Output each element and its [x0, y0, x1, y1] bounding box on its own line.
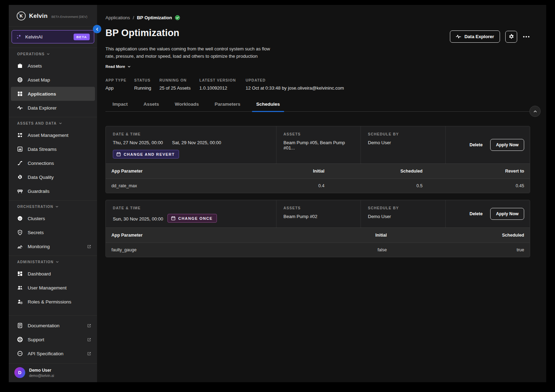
environment-label: BETA Environment (DEV)	[52, 15, 87, 19]
beta-badge: BETA	[74, 34, 90, 40]
meta-value: App	[105, 85, 134, 91]
main-content: Applications / BP Optimization Data Expl…	[97, 5, 546, 382]
sidebar-collapse-button[interactable]	[93, 25, 101, 33]
tab-schedules[interactable]: Schedules	[256, 102, 280, 111]
section-operations: OPERATIONS Assets Asset Map Applications…	[9, 48, 97, 117]
sidebar-item-label: Clusters	[28, 216, 45, 221]
breadcrumb: Applications / BP Optimization	[105, 15, 530, 20]
sidebar-item-asset-map[interactable]: Asset Map	[9, 73, 97, 87]
meta-label: STATUS	[134, 78, 159, 82]
tab-impact[interactable]: Impact	[112, 102, 128, 111]
tab-parameters[interactable]: Parameters	[215, 102, 241, 111]
external-link-icon	[87, 337, 91, 342]
sidebar-item-asset-management[interactable]: Asset Management	[9, 128, 97, 142]
date-start: Sun, 30 Nov 2025, 00:00	[113, 216, 163, 222]
section-header-orchestration[interactable]: ORCHESTRATION	[9, 205, 97, 209]
connector-icon	[17, 160, 23, 166]
section-administration: ADMINISTRATION Dashboard User Management…	[9, 256, 97, 311]
sidebar-item-label: Documentation	[28, 323, 60, 328]
briefcase-icon	[17, 63, 23, 69]
delete-button[interactable]: Delete	[470, 142, 483, 147]
sidebar-item-applications[interactable]: Applications	[11, 87, 95, 101]
schedule-by-value: Demo User	[368, 140, 438, 145]
revert-value: 0.45	[428, 179, 530, 193]
calendar-icon	[171, 216, 176, 220]
dashboard-icon	[17, 271, 23, 276]
schedule-card-head: DATE & TIME Sun, 30 Nov 2025, 00:00CHANG…	[106, 200, 530, 227]
sidebar-item-api-specification[interactable]: API Specification	[9, 346, 97, 360]
user-name: Demo User	[29, 368, 54, 373]
section-header-assets-and-data[interactable]: ASSETS AND DATA	[9, 121, 97, 125]
sidebar-item-user-management[interactable]: User Management	[9, 281, 97, 295]
chevron-down-icon	[59, 122, 62, 125]
sidebar-item-connections[interactable]: Connections	[9, 156, 97, 170]
kelvinai-wrap: KelvinAI BETA	[9, 27, 97, 48]
tab-workloads[interactable]: Workloads	[175, 102, 199, 111]
sidebar-item-documentation[interactable]: Documentation	[9, 318, 97, 332]
parameter-name: dd_rate_max	[106, 179, 238, 193]
user-gear-icon	[17, 299, 23, 304]
sidebar-item-label: Connections	[28, 161, 54, 166]
section-header-administration[interactable]: ADMINISTRATION	[9, 260, 97, 264]
waveform-icon	[17, 105, 23, 111]
delete-button[interactable]: Delete	[470, 211, 483, 216]
chevron-left-icon	[95, 27, 99, 31]
sidebar-item-dashboard[interactable]: Dashboard	[9, 267, 97, 281]
meta-status: STATUS Running	[134, 78, 159, 91]
user-profile[interactable]: D Demo User demo@kelvin.ai	[9, 363, 97, 382]
sidebar-item-clusters[interactable]: Clusters	[9, 211, 97, 225]
assets-label: ASSETS	[283, 206, 354, 210]
sidebar-item-data-quality[interactable]: Data Quality	[9, 170, 97, 184]
tab-assets[interactable]: Assets	[144, 102, 159, 111]
apply-now-button[interactable]: Apply Now	[490, 139, 524, 151]
data-explorer-label: Data Explorer	[464, 34, 494, 39]
external-link-icon	[87, 323, 91, 328]
sidebar-item-monitoring[interactable]: Monitoring	[9, 239, 97, 253]
more-options-button[interactable]	[522, 34, 530, 40]
breadcrumb-applications[interactable]: Applications	[105, 15, 130, 20]
sidebar-item-secrets[interactable]: Secrets	[9, 225, 97, 239]
sidebar-item-data-streams[interactable]: Data Streams	[9, 142, 97, 156]
sidebar-item-kelvinai[interactable]: KelvinAI BETA	[12, 30, 94, 43]
app-meta: APP TYPE App STATUS Running RUNNING ON 2…	[105, 78, 530, 91]
sidebar-item-label: Data Quality	[28, 175, 54, 180]
change-once-badge: CHANGE ONCE	[167, 214, 217, 223]
date-time-label: DATE & TIME	[113, 206, 269, 210]
section-title-label: ASSETS AND DATA	[17, 121, 57, 125]
header-actions: Data Explorer	[450, 30, 530, 43]
meta-updated: UPDATED 12 Oct at 0:33:48 by jose.olivei…	[246, 78, 344, 91]
sidebar-item-guardrails[interactable]: Guardrails	[9, 184, 97, 198]
date-time-cell: DATE & TIME Thu, 27 Nov 2025, 00:00 Sat,…	[106, 126, 276, 163]
change-and-revert-badge: CHANGE AND REVERT	[113, 150, 179, 159]
column-header-initial: Initial	[238, 164, 330, 178]
collapse-section-button[interactable]	[529, 106, 541, 117]
sidebar-item-roles-permissions[interactable]: Roles & Permissions	[9, 295, 97, 309]
date-end: Sat, 29 Nov 2025, 00:00	[172, 140, 221, 145]
sidebar-item-assets[interactable]: Assets	[9, 59, 97, 73]
assets-label: ASSETS	[283, 132, 354, 136]
sidebar-item-support[interactable]: Support	[9, 332, 97, 346]
barrier-icon	[17, 188, 23, 194]
meta-running-on: RUNNING ON 25 of 25 Assets	[159, 78, 199, 91]
sidebar-item-data-explorer[interactable]: Data Explorer	[9, 101, 97, 115]
apply-now-button[interactable]: Apply Now	[490, 208, 524, 220]
sidebar-item-label: Data Streams	[28, 147, 57, 152]
sidebar-item-label: Secrets	[28, 230, 44, 235]
monitoring-chart-icon	[17, 244, 23, 249]
sidebar-item-label: Roles & Permissions	[28, 299, 71, 304]
calendar-icon	[116, 152, 121, 156]
settings-button[interactable]	[505, 31, 517, 43]
read-more-toggle[interactable]: Read More	[105, 64, 530, 69]
sidebar-item-label: Assets	[28, 63, 42, 69]
bar-chart-icon	[17, 146, 23, 152]
meta-app-type: APP TYPE App	[105, 78, 134, 91]
api-icon	[17, 351, 23, 356]
data-explorer-button[interactable]: Data Explorer	[450, 30, 500, 43]
meta-label: APP TYPE	[105, 78, 134, 82]
users-icon	[17, 285, 23, 290]
parameter-table-header: App Parameter Initial Scheduled	[106, 227, 530, 243]
meta-latest-version: LATEST VERSION 1.0.10092012	[199, 78, 246, 91]
section-header-operations[interactable]: OPERATIONS	[9, 52, 97, 56]
sidebar-item-label: Monitoring	[28, 244, 50, 249]
sidebar: Kelvin BETA Environment (DEV) KelvinAI B…	[9, 5, 97, 382]
